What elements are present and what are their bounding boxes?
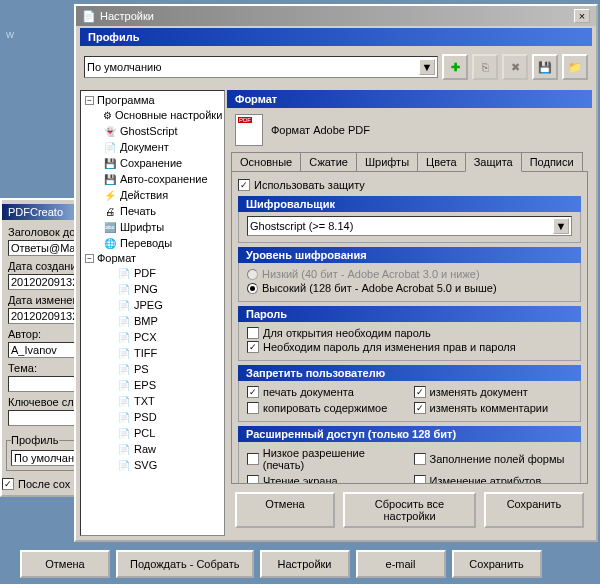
tree-item[interactable]: ⚡Действия bbox=[83, 187, 222, 203]
tree-item[interactable]: 📄BMP bbox=[83, 313, 222, 329]
app-icon: 📄 bbox=[82, 10, 96, 23]
tree-item[interactable]: 📄PS bbox=[83, 361, 222, 377]
reset-button[interactable]: Сбросить все настройки bbox=[343, 492, 476, 528]
tree-item-icon: ⚡ bbox=[103, 188, 117, 202]
dropdown-icon[interactable]: ▼ bbox=[419, 59, 435, 75]
tree-item-icon: 🖨 bbox=[103, 204, 117, 218]
tree-item[interactable]: 📄EPS bbox=[83, 377, 222, 393]
deny-checkbox[interactable] bbox=[247, 386, 259, 398]
ext-title: Расширенный доступ (только 128 бит) bbox=[238, 426, 581, 442]
after-save-checkbox[interactable] bbox=[2, 478, 14, 490]
tree-item-icon: 📄 bbox=[103, 140, 117, 154]
pw-open-checkbox[interactable] bbox=[247, 327, 259, 339]
bg-save-button[interactable]: Сохранить bbox=[452, 550, 542, 578]
deny-checkbox[interactable] bbox=[247, 402, 259, 414]
level-low-radio bbox=[247, 269, 258, 280]
tab-0[interactable]: Основные bbox=[231, 152, 301, 171]
tree-item[interactable]: 📄Документ bbox=[83, 139, 222, 155]
bg-wait-button[interactable]: Подождать - Собрать bbox=[116, 550, 254, 578]
deny-label: изменять документ bbox=[430, 386, 528, 398]
cancel-button[interactable]: Отмена bbox=[235, 492, 335, 528]
deny-label: копировать содержимое bbox=[263, 402, 387, 414]
file-icon: 📄 bbox=[117, 378, 131, 392]
file-icon: 📄 bbox=[117, 298, 131, 312]
pw-change-checkbox[interactable] bbox=[247, 341, 259, 353]
tree-root-format[interactable]: −Формат bbox=[83, 251, 222, 265]
dropdown-icon[interactable]: ▼ bbox=[553, 218, 569, 234]
tab-3[interactable]: Цвета bbox=[417, 152, 466, 171]
encryptor-select[interactable]: Ghostscript (>= 8.14)▼ bbox=[247, 216, 572, 236]
tree-item[interactable]: 📄Raw bbox=[83, 441, 222, 457]
tree-item[interactable]: 📄JPEG bbox=[83, 297, 222, 313]
tree-item[interactable]: 🔤Шрифты bbox=[83, 219, 222, 235]
tab-content-security: Использовать защиту Шифровальщик Ghostsc… bbox=[231, 172, 588, 484]
tree-item[interactable]: 👻GhostScript bbox=[83, 123, 222, 139]
tree-item[interactable]: 📄TIFF bbox=[83, 345, 222, 361]
tree-item[interactable]: 📄PCL bbox=[83, 425, 222, 441]
profile-select[interactable]: По умолчанию ▼ bbox=[84, 56, 438, 78]
save-button[interactable]: Сохранить bbox=[484, 492, 584, 528]
settings-tree[interactable]: −Программа ⚙Основные настройки👻GhostScri… bbox=[80, 90, 225, 536]
tree-item[interactable]: 📄PNG bbox=[83, 281, 222, 297]
bg-cancel-button[interactable]: Отмена bbox=[20, 550, 110, 578]
tab-2[interactable]: Шрифты bbox=[356, 152, 418, 171]
ext-label: Низкое разрешение (печать) bbox=[263, 447, 406, 471]
add-profile-button[interactable]: ✚ bbox=[442, 54, 468, 80]
ext-checkbox[interactable] bbox=[247, 475, 259, 484]
tab-5[interactable]: Подписи bbox=[521, 152, 583, 171]
tree-item[interactable]: 🌐Переводы bbox=[83, 235, 222, 251]
tree-item-icon: 💾 bbox=[103, 172, 117, 186]
collapse-icon[interactable]: − bbox=[85, 254, 94, 263]
save-profile-button[interactable]: 💾 bbox=[532, 54, 558, 80]
tree-item[interactable]: ⚙Основные настройки bbox=[83, 107, 222, 123]
ext-checkbox[interactable] bbox=[414, 475, 426, 484]
bg-email-button[interactable]: e-mail bbox=[356, 550, 446, 578]
encryptor-title: Шифровальщик bbox=[238, 196, 581, 212]
use-protection-checkbox[interactable] bbox=[238, 179, 250, 191]
delete-icon: ✖ bbox=[511, 61, 520, 74]
ext-checkbox[interactable] bbox=[247, 453, 259, 465]
export-profile-button[interactable]: 📁 bbox=[562, 54, 588, 80]
file-icon: 📄 bbox=[117, 314, 131, 328]
deny-checkbox[interactable] bbox=[414, 386, 426, 398]
tree-root-program[interactable]: −Программа bbox=[83, 93, 222, 107]
tree-item[interactable]: 📄SVG bbox=[83, 457, 222, 473]
tree-item[interactable]: 💾Авто-сохранение bbox=[83, 171, 222, 187]
copy-profile-button[interactable]: ⎘ bbox=[472, 54, 498, 80]
tree-item[interactable]: 🖨Печать bbox=[83, 203, 222, 219]
level-high-radio[interactable] bbox=[247, 283, 258, 294]
tree-item[interactable]: 📄TXT bbox=[83, 393, 222, 409]
file-icon: 📄 bbox=[117, 362, 131, 376]
ext-label: Заполнение полей формы bbox=[430, 453, 565, 465]
ext-checkbox[interactable] bbox=[414, 453, 426, 465]
after-save-label: После сох bbox=[18, 478, 70, 490]
disk-icon: 💾 bbox=[538, 61, 552, 74]
level-high-label: Высокий (128 бит - Adobe Acrobat 5.0 и в… bbox=[262, 282, 497, 294]
deny-checkbox[interactable] bbox=[414, 402, 426, 414]
password-title: Пароль bbox=[238, 306, 581, 322]
bg-settings-button[interactable]: Настройки bbox=[260, 550, 350, 578]
file-icon: 📄 bbox=[117, 330, 131, 344]
level-title: Уровень шифрования bbox=[238, 247, 581, 263]
profile-section-title: Профиль bbox=[80, 28, 592, 46]
level-low-label: Низкий (40 бит - Adobe Acrobat 3.0 и ниж… bbox=[262, 268, 480, 280]
bg-link: w bbox=[6, 28, 14, 40]
tab-1[interactable]: Сжатие bbox=[300, 152, 357, 171]
tree-item[interactable]: 📄PCX bbox=[83, 329, 222, 345]
close-button[interactable]: × bbox=[574, 9, 590, 23]
file-icon: 📄 bbox=[117, 282, 131, 296]
ext-label: Изменение атрибутов bbox=[430, 475, 542, 484]
collapse-icon[interactable]: − bbox=[85, 96, 94, 105]
deny-title: Запретить пользователю bbox=[238, 365, 581, 381]
delete-profile-button[interactable]: ✖ bbox=[502, 54, 528, 80]
tab-4[interactable]: Защита bbox=[465, 152, 522, 172]
file-icon: 📄 bbox=[117, 458, 131, 472]
deny-label: печать документа bbox=[263, 386, 354, 398]
metadata-buttons: Отмена Подождать - Собрать Настройки e-m… bbox=[20, 550, 542, 578]
tree-item[interactable]: 💾Сохранение bbox=[83, 155, 222, 171]
file-icon: 📄 bbox=[117, 266, 131, 280]
tree-item[interactable]: 📄PDF bbox=[83, 265, 222, 281]
folder-icon: 📁 bbox=[568, 61, 582, 74]
file-icon: 📄 bbox=[117, 410, 131, 424]
tree-item[interactable]: 📄PSD bbox=[83, 409, 222, 425]
